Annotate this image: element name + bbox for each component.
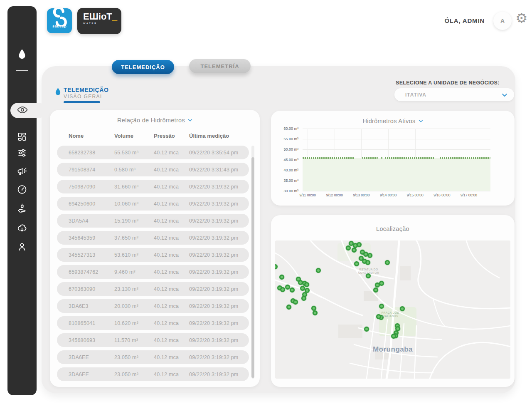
cell-volume: 55.530 m³ [114, 150, 154, 156]
cell-volume: 0.580 m³ [114, 167, 154, 173]
hand-soap-icon[interactable] [17, 203, 27, 216]
hydrometer-map-marker[interactable] [285, 285, 290, 290]
chart-line-segment [440, 157, 490, 159]
table-row[interactable]: 7915083740.580 m³40.12 mca09/22/20 3:31:… [57, 163, 249, 176]
map-title: Localização [271, 226, 515, 232]
active-hydrometers-chart-card: Hidrômetros Ativos 60.00 m³55.00 m³50.00… [271, 111, 515, 206]
chart-line-segment [385, 157, 434, 159]
cell-pressao: 40.12 mca [154, 354, 189, 360]
cell-volume: 23.050 m³ [114, 354, 154, 360]
sidebar [7, 6, 37, 395]
cell-ultima-medicao: 09/22/20 3:19:32 pm [189, 303, 249, 309]
hydrometer-map-marker[interactable] [275, 264, 278, 269]
megaphone-icon[interactable] [17, 166, 27, 178]
hydrometer-map-marker[interactable] [379, 304, 384, 309]
eye-icon [17, 106, 28, 116]
gauge-icon[interactable] [17, 184, 27, 196]
cell-volume: 23.050 m³ [114, 372, 154, 377]
table-row[interactable]: 3DA6E320.030 m³40.12 mca09/22/20 3:19:32… [57, 299, 249, 313]
cell-ultima-medicao: 09/22/20 3:19:32 pm [189, 320, 249, 326]
y-tick-label: 50.00 m³ [283, 147, 298, 151]
cell-ultima-medicao: 09/22/20 3:19:32 pm [189, 184, 249, 190]
hydrometer-map-marker[interactable] [346, 245, 351, 250]
hydrometer-map-marker[interactable] [354, 261, 359, 266]
gear-icon[interactable]: ⚙ [515, 11, 528, 25]
cell-nome: 658232738 [69, 150, 114, 156]
table-row[interactable]: 34568069311.570 m³40.12 mca09/22/20 3:19… [57, 333, 249, 347]
cell-volume: 11.570 m³ [114, 337, 154, 343]
user-icon[interactable] [17, 242, 27, 253]
chart-line-segment [381, 157, 383, 159]
table-title-row[interactable]: Relação de Hidrômetros [50, 116, 260, 124]
table-row[interactable]: 69425060010.060 m³40.12 mca09/22/20 3:19… [57, 197, 249, 211]
elliot-water-logo[interactable]: EШioT_ WATER [77, 8, 121, 34]
hydrometer-map-marker[interactable] [367, 253, 372, 258]
cell-pressao: 40.12 mca [154, 235, 189, 241]
cloud-download-icon[interactable] [17, 223, 27, 235]
y-tick-label: 55.00 m³ [283, 137, 298, 141]
table-row[interactable]: 34564535937.650 m³40.12 mca09/22/20 3:19… [57, 231, 249, 245]
grid-icon[interactable] [17, 132, 27, 143]
cell-nome: 750987090 [69, 184, 114, 190]
x-tick-label: 9/14 00:00 [380, 193, 397, 197]
hydrometer-map-marker[interactable] [373, 288, 378, 292]
map[interactable]: ESTATUA DO CONSTRUTOR PRAÇA DOS ITALIANO… [275, 240, 510, 379]
table-scrollbar-thumb[interactable] [251, 157, 254, 378]
hydrometer-map-marker[interactable] [280, 287, 285, 292]
hydrometer-map-marker[interactable] [290, 288, 295, 292]
location-map-card: Localização [271, 215, 515, 387]
table-row[interactable]: 65938747629.460 m³40.12 mca09/22/20 3:19… [57, 265, 249, 279]
cell-ultima-medicao: 09/22/20 3:19:32 pm [189, 286, 249, 292]
hydrometer-map-marker[interactable] [357, 242, 362, 247]
hydrometer-map-marker[interactable] [391, 334, 396, 339]
sidebar-item-overview-active[interactable] [10, 103, 46, 118]
hydrometer-map-marker[interactable] [301, 296, 306, 301]
hydrometer-map-marker[interactable] [293, 300, 298, 305]
unit-select-dropdown[interactable]: ITATIVA [394, 88, 514, 101]
table-row[interactable]: 67036309023.130 m³40.12 mca09/22/20 3:19… [57, 282, 249, 296]
table-row[interactable]: 65823273855.530 m³40.12 mca09/22/20 3:35… [57, 146, 249, 159]
hydrometer-map-marker[interactable] [279, 275, 284, 280]
tab-telemedicao[interactable]: TELEMEDIÇÃO [112, 60, 174, 74]
table-row[interactable]: 3DA6EE23.050 m³40.12 mca09/22/20 3:19:32… [57, 367, 249, 381]
hydrometer-map-marker[interactable] [379, 281, 384, 286]
col-volume: Volume [114, 133, 154, 139]
cell-volume: 10.620 m³ [114, 320, 154, 326]
cell-ultima-medicao: 09/22/20 3:19:32 pm [189, 235, 249, 241]
map-markers-layer [275, 240, 510, 379]
hydrometer-map-marker[interactable] [400, 306, 405, 311]
chevron-down-icon [188, 116, 192, 123]
tab-telemetria[interactable]: TELEMETRÍA [189, 59, 251, 73]
cell-nome: 3DA5A4 [69, 218, 114, 224]
elliot-wordmark: EШioT [83, 11, 112, 22]
sidebar-divider [16, 70, 28, 71]
table-row[interactable]: 81086504110.620 m³40.12 mca09/22/20 3:19… [57, 316, 249, 330]
hydrometer-map-marker[interactable] [316, 268, 321, 273]
chart-y-axis: 60.00 m³55.00 m³50.00 m³45.00 m³40.00 m³… [271, 129, 300, 191]
sliders-icon[interactable] [17, 148, 27, 159]
table-title: Relação de Hidrômetros [117, 117, 185, 124]
x-tick-label: 9/16 00:00 [433, 193, 450, 197]
hydrometer-map-marker[interactable] [313, 310, 318, 315]
hydrometer-map-marker[interactable] [385, 260, 390, 265]
table-row[interactable]: 75098709031.660 m³40.12 mca09/22/20 3:19… [57, 180, 249, 193]
table-header: Nome Volume Pressão Última medição [57, 131, 249, 140]
table-row[interactable]: 3DA5A415.190 m³40.12 mca09/22/20 3:19:32… [57, 214, 249, 228]
cell-pressao: 40.12 mca [154, 269, 189, 275]
sabesp-logo[interactable]: sabesp [47, 8, 72, 33]
chart-title-row[interactable]: Hidrômetros Ativos [271, 117, 515, 124]
cell-volume: 37.650 m³ [114, 235, 154, 241]
hydrometer-map-marker[interactable] [300, 286, 305, 291]
h-gridline [303, 149, 490, 150]
hydrometer-map-marker[interactable] [365, 260, 370, 265]
col-nome: Nome [69, 133, 114, 139]
hydrometer-map-marker[interactable] [352, 248, 357, 253]
avatar[interactable]: A [493, 12, 512, 30]
unit-select-label: SELECIONE A UNIDADE DE NEGÓCIOS: [396, 80, 500, 86]
table-row[interactable]: 34552731353.610 m³40.12 mca09/22/20 3:19… [57, 248, 249, 262]
hydrometer-map-marker[interactable] [304, 282, 309, 287]
hydrometer-map-marker[interactable] [286, 305, 291, 310]
cell-volume: 9.460 m³ [114, 269, 154, 275]
table-row[interactable]: 3DA6EE23.050 m³40.12 mca09/22/20 3:19:32… [57, 350, 249, 364]
hydrometer-map-marker[interactable] [364, 327, 369, 332]
